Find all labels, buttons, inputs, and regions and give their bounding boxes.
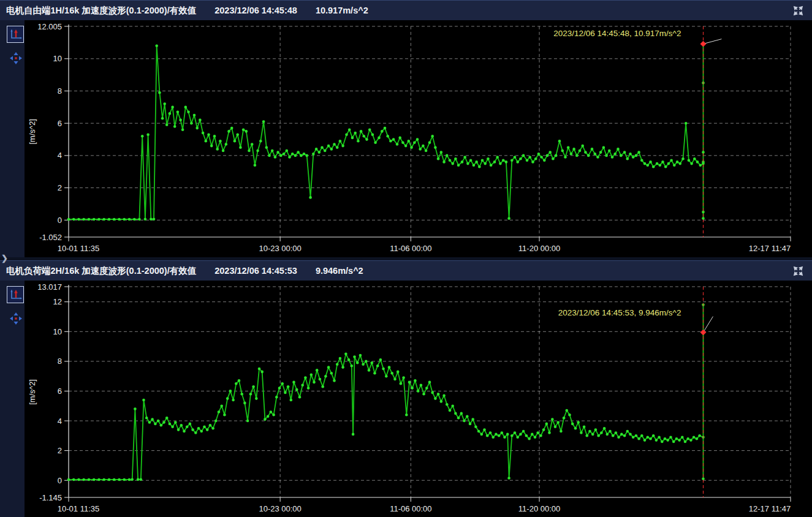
expand-arrows-icon bbox=[793, 6, 803, 16]
svg-text:11-06 00:00: 11-06 00:00 bbox=[390, 244, 431, 253]
svg-text:0: 0 bbox=[58, 216, 62, 225]
svg-text:10-01 11:35: 10-01 11:35 bbox=[58, 244, 99, 253]
svg-text:12.005: 12.005 bbox=[37, 22, 62, 31]
measurement-timestamp: 2023/12/06 14:45:53 bbox=[214, 266, 297, 276]
svg-text:0: 0 bbox=[58, 476, 62, 485]
svg-text:12-17 11:47: 12-17 11:47 bbox=[749, 244, 791, 253]
svg-text:-1.145: -1.145 bbox=[39, 493, 62, 502]
measurement-timestamp: 2023/12/06 14:45:48 bbox=[214, 6, 297, 15]
svg-text:12: 12 bbox=[53, 297, 62, 306]
svg-text:4: 4 bbox=[58, 151, 62, 160]
svg-text:[m/s^2]: [m/s^2] bbox=[28, 379, 37, 405]
svg-text:-1.052: -1.052 bbox=[39, 233, 62, 242]
trend-chart-motor-load-end[interactable]: 13.017121086420-1.14510-01 11:3510-23 00… bbox=[0, 281, 812, 517]
svg-text:10-01 11:35: 10-01 11:35 bbox=[58, 504, 99, 513]
svg-text:10-23 00:00: 10-23 00:00 bbox=[259, 244, 301, 253]
svg-text:10: 10 bbox=[53, 327, 62, 336]
svg-text:8: 8 bbox=[58, 86, 62, 96]
svg-text:2023/12/06 14:45:53, 9.946m/s^: 2023/12/06 14:45:53, 9.946m/s^2 bbox=[558, 308, 681, 317]
svg-text:11-20 00:00: 11-20 00:00 bbox=[518, 504, 560, 513]
svg-text:11-20 00:00: 11-20 00:00 bbox=[518, 244, 560, 253]
panel-header-1: 电机自由端1H/16k 加速度波形(0.1-2000)/有效值 2023/12/… bbox=[0, 0, 812, 20]
measurement-value: 10.917m/s^2 bbox=[316, 6, 368, 15]
svg-text:2023/12/06 14:45:48, 10.917m/s: 2023/12/06 14:45:48, 10.917m/s^2 bbox=[553, 29, 681, 38]
chevron-right-icon[interactable]: ❯ bbox=[1, 253, 8, 264]
panel-header-2: 电机负荷端2H/16k 加速度波形(0.1-2000)/有效值 2023/12/… bbox=[0, 260, 812, 281]
svg-text:2: 2 bbox=[58, 183, 62, 192]
channel-title: 电机负荷端2H/16k 加速度波形(0.1-2000)/有效值 bbox=[6, 265, 196, 277]
svg-text:6: 6 bbox=[58, 119, 62, 128]
svg-text:4: 4 bbox=[58, 417, 62, 426]
svg-text:10: 10 bbox=[53, 54, 62, 63]
measurement-value: 9.946m/s^2 bbox=[316, 266, 363, 276]
svg-text:10-23 00:00: 10-23 00:00 bbox=[259, 504, 301, 513]
svg-text:2: 2 bbox=[58, 446, 62, 455]
svg-text:11-06 00:00: 11-06 00:00 bbox=[390, 504, 431, 513]
channel-title: 电机自由端1H/16k 加速度波形(0.1-2000)/有效值 bbox=[6, 5, 196, 17]
expand-button[interactable] bbox=[792, 4, 805, 17]
svg-text:12-17 11:47: 12-17 11:47 bbox=[749, 504, 791, 513]
expand-arrows-icon bbox=[793, 266, 803, 276]
panel-motor-load-end: 电机负荷端2H/16k 加速度波形(0.1-2000)/有效值 2023/12/… bbox=[0, 260, 812, 517]
trend-chart-motor-free-end[interactable]: 12.0051086420-1.05210-01 11:3510-23 00:0… bbox=[0, 20, 812, 257]
expand-button[interactable] bbox=[792, 265, 805, 277]
panel-motor-free-end: 电机自由端1H/16k 加速度波形(0.1-2000)/有效值 2023/12/… bbox=[0, 0, 812, 257]
svg-text:13.017: 13.017 bbox=[37, 282, 62, 292]
svg-text:6: 6 bbox=[58, 387, 62, 396]
chart-panel-body-2: 13.017121086420-1.14510-01 11:3510-23 00… bbox=[0, 281, 812, 517]
vibration-trend-monitor: 电机自由端1H/16k 加速度波形(0.1-2000)/有效值 2023/12/… bbox=[0, 0, 812, 517]
svg-text:8: 8 bbox=[58, 357, 62, 366]
chart-panel-body-1: 12.0051086420-1.05210-01 11:3510-23 00:0… bbox=[0, 20, 812, 257]
svg-text:[m/s^2]: [m/s^2] bbox=[28, 119, 37, 145]
